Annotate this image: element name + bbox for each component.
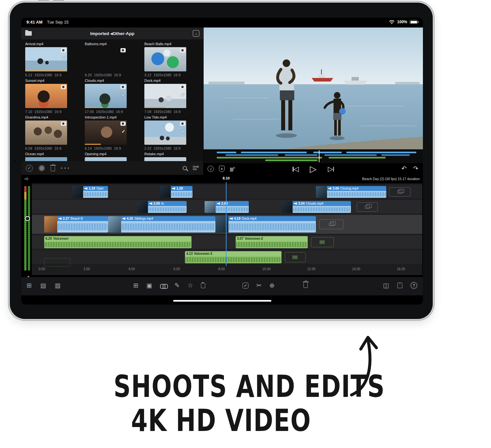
timeline-clip[interactable]: 2.05In	[137, 201, 187, 213]
clock: 9:41 AM	[27, 20, 43, 25]
share-button[interactable]: ↑	[397, 283, 402, 288]
edit-pencil-button[interactable]: ✎	[174, 282, 180, 289]
clip-thumbnail[interactable]: ✓	[85, 84, 127, 108]
skip-forward-button[interactable]: ▷	[328, 165, 334, 173]
clip-thumbnail[interactable]: ✓	[144, 47, 186, 71]
status-bar: 9:41 AM Tue Sep 15 100%	[21, 18, 423, 28]
project-info: Beach Day (2) (30 fps) 15.17 duration	[362, 177, 420, 181]
search-icon[interactable]	[183, 166, 187, 170]
ruler-label: 16.00	[397, 267, 405, 271]
timeline-audio-clip[interactable]: 6.20Voiceover	[44, 236, 191, 248]
timeline-clip[interactable]: 4.19Dock.mp4	[215, 216, 316, 233]
clipboard-icon[interactable]	[201, 283, 205, 288]
camera-badge-icon	[61, 85, 66, 89]
clip-thumbnail[interactable]	[85, 47, 127, 71]
skip-back-button[interactable]: ◁	[293, 165, 299, 173]
transition-placeholder[interactable]	[319, 219, 343, 229]
timeline-audio-clip[interactable]: 4.13Voiceover-3	[185, 251, 282, 263]
effects-star-button[interactable]: ☆	[188, 282, 193, 289]
record-button[interactable]	[39, 165, 45, 171]
clip-thumbnail[interactable]	[144, 157, 186, 161]
playhead-time: 8.10	[223, 176, 229, 180]
shield-add-icon[interactable]: +	[219, 166, 225, 172]
playhead[interactable]	[226, 182, 227, 266]
clip-thumbnail[interactable]	[85, 157, 127, 161]
volume-down-button[interactable]	[53, 0, 64, 1]
timeline-audio-clip[interactable]: 3.07Voiceover-2	[236, 236, 308, 248]
timeline-clip[interactable]: 2.27Beach B	[44, 216, 108, 233]
library-clip[interactable]: Retake.mp4	[144, 151, 201, 161]
split-scissors-button[interactable]: ✂	[256, 282, 262, 289]
delete-clip-button[interactable]	[303, 283, 308, 288]
timeline-clip[interactable]: 1.19Oper	[72, 186, 108, 198]
sort-icon[interactable]: a	[193, 165, 199, 171]
link-icon[interactable]	[160, 284, 167, 288]
volume-up-button[interactable]	[38, 0, 49, 1]
trash-button[interactable]	[51, 166, 55, 171]
library-clip[interactable]: Balloons.mp4 9.20 1920x1080 16:9	[85, 41, 141, 78]
clip-details-button[interactable]: ▤	[40, 282, 46, 289]
ruler-label: 4.00	[128, 267, 135, 271]
library-clip[interactable]: Clouds.mp4 ✓ 17.00 1920x1080 16:9	[85, 78, 141, 115]
select-clips-button[interactable]: ✓	[243, 283, 248, 289]
transition-placeholder[interactable]	[357, 202, 378, 212]
library-clip[interactable]: Arrival.mp4 ✓ 5.12 1920x1080 16:9	[25, 41, 82, 78]
video-preview[interactable]	[204, 28, 423, 149]
library-clip[interactable]: Introspection-1.mp4 ✓ 6.14 1920x1080 16:…	[85, 115, 141, 151]
date: Tue Sep 15	[47, 20, 69, 25]
undo-button[interactable]: ↶	[401, 165, 407, 172]
timeline-clip[interactable]: 2.00	[205, 201, 249, 213]
library-clip[interactable]: Dock.mp4 ✓ 7.09 1920x1080 16:9	[144, 78, 201, 115]
clip-thumbnail[interactable]	[25, 157, 67, 161]
clip-thumbnail[interactable]	[25, 84, 67, 108]
clip-thumbnail[interactable]: ✓	[25, 47, 67, 71]
audio-placeholder[interactable]	[44, 258, 70, 267]
timeline-header: +0 8.10 Beach Day (2) (30 fps) 15.17 dur…	[21, 176, 423, 183]
library-clip[interactable]: Beach Balls.mp4 ✓ 3.12 1920x1080 16:9	[144, 41, 201, 78]
hand-drawn-arrow	[348, 334, 387, 400]
timeline-clip[interactable]: 4.25Siblings.mp4	[108, 216, 215, 233]
library-clip[interactable]: Grandma.mp4 6.09 1920x1080 16:9	[25, 115, 82, 151]
battery-icon	[409, 20, 418, 24]
library-clip[interactable]: Low Tide.mp4 ✓ 2.22 1920x1080 16:9	[144, 115, 201, 151]
play-button[interactable]: ▷	[310, 164, 317, 174]
audio-placeholder[interactable]	[311, 237, 334, 247]
insert-button[interactable]: ⊞	[133, 282, 138, 289]
overview-playhead[interactable]	[319, 150, 319, 162]
timeline-clip[interactable]: 3.04Clouds.mp4	[282, 201, 351, 213]
library-clip[interactable]: Opening.mp4	[85, 151, 141, 161]
library-title[interactable]: Imported ◂Other-App	[90, 31, 134, 36]
timeline-overview[interactable]	[204, 149, 423, 163]
check-icon: ✓	[121, 129, 125, 134]
home-indicator[interactable]	[173, 300, 271, 302]
gain-label: +0	[24, 177, 28, 181]
layout-button[interactable]: ◫	[383, 282, 389, 289]
timeline-zoom-button[interactable]: ▥	[55, 282, 61, 289]
timeline-clip[interactable]: 3.06Closing.mp4	[316, 186, 386, 198]
add-plus-button[interactable]: ⊕	[269, 282, 275, 289]
camera-badge-icon	[61, 48, 66, 52]
clip-thumbnail[interactable]: ✓	[144, 84, 186, 108]
info-icon[interactable]: i	[208, 166, 214, 172]
select-mode-button[interactable]: ✓	[26, 165, 33, 172]
audio-placeholder[interactable]	[285, 252, 306, 262]
timeline-tracks[interactable]: 1.19Oper 1.28 3.06Closing.mp4 2.05In 2.0…	[32, 183, 422, 275]
add-audio-icon[interactable]: )))+	[230, 166, 235, 172]
export-icon[interactable]: ↓	[193, 30, 199, 37]
settings-help-button[interactable]: ?	[411, 282, 417, 289]
used-indicator	[85, 107, 102, 108]
library-clip[interactable]: Sunset.mp4 7.10 1920x1080 16:9	[25, 78, 82, 115]
camera-badge-icon	[120, 121, 126, 126]
library-clip[interactable]: Ocean.mp4	[25, 151, 82, 161]
overwrite-button[interactable]: ▣	[146, 282, 152, 289]
add-media-button[interactable]: ⊞	[27, 282, 32, 289]
redo-button[interactable]: ↷	[413, 165, 418, 172]
clip-thumbnail[interactable]: ✓	[85, 121, 127, 145]
more-button[interactable]: • • •	[61, 166, 69, 171]
clip-thumbnail[interactable]: ✓	[144, 121, 186, 145]
gain-slider-knob[interactable]	[25, 216, 30, 221]
clip-thumbnail[interactable]	[25, 121, 67, 145]
transition-placeholder[interactable]	[389, 187, 410, 196]
timeline-clip[interactable]: 1.28	[160, 186, 192, 198]
folder-icon[interactable]	[25, 31, 32, 36]
